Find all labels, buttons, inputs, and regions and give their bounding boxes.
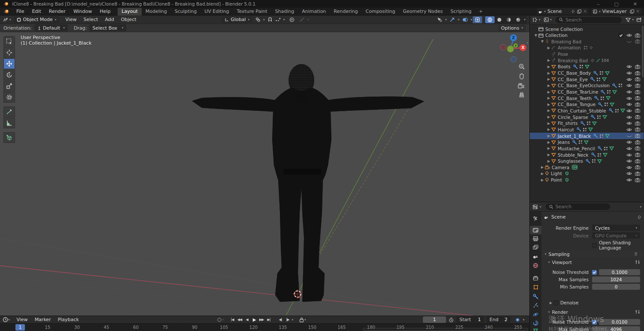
- character-model[interactable]: [192, 64, 424, 302]
- setting-checkbox[interactable]: [592, 320, 597, 325]
- workspace-tab-texture-paint[interactable]: Texture Paint: [233, 8, 271, 15]
- eye-icon[interactable]: [626, 153, 632, 157]
- outliner-item-boots[interactable]: ▶Boots: [530, 64, 644, 70]
- workspace-tab-scripting[interactable]: Scripting: [447, 8, 475, 15]
- expand-chevron-icon[interactable]: ▶: [540, 165, 545, 169]
- eye-icon[interactable]: [626, 159, 632, 163]
- current-frame-indicator[interactable]: 1: [15, 324, 25, 331]
- tool-annotate[interactable]: [3, 106, 15, 117]
- properties-search-input[interactable]: Search: [546, 203, 610, 210]
- workspace-tab-animation[interactable]: Animation: [298, 8, 330, 15]
- expand-chevron-icon[interactable]: ▼: [540, 39, 545, 43]
- cam-icon[interactable]: [635, 140, 640, 145]
- sampling-panel-header[interactable]: ▾Sampling ⠿: [543, 250, 643, 258]
- eye-icon[interactable]: [626, 71, 632, 75]
- outliner-editor-icon[interactable]: [532, 17, 538, 22]
- eye-icon[interactable]: [626, 115, 632, 119]
- setting-value-field[interactable]: 0.1000: [599, 269, 640, 275]
- timeline-editor-icon[interactable]: [3, 317, 8, 322]
- cam-icon[interactable]: [635, 77, 640, 82]
- orientation-default-dropdown[interactable]: Default ▾: [34, 24, 68, 31]
- denoise-checkbox[interactable]: [553, 301, 558, 305]
- cam-icon[interactable]: [635, 108, 640, 113]
- workspace-tab-modeling[interactable]: Modeling: [142, 8, 171, 15]
- eye-icon[interactable]: [626, 178, 632, 182]
- tool-cursor[interactable]: [3, 47, 15, 58]
- expand-chevron-icon[interactable]: ▶: [546, 121, 551, 125]
- setting-checkbox[interactable]: [592, 270, 597, 275]
- cam-icon[interactable]: [635, 33, 640, 38]
- expand-chevron-icon[interactable]: ▶: [546, 153, 551, 157]
- expand-chevron-icon[interactable]: ▶: [546, 134, 551, 138]
- osl-checkbox[interactable]: [592, 243, 597, 248]
- properties-tab-physics[interactable]: [530, 310, 541, 319]
- viewport-menu-add[interactable]: Add: [101, 17, 117, 22]
- cam-icon[interactable]: [635, 127, 640, 132]
- jump-to-end-button[interactable]: ▶|: [265, 316, 273, 323]
- setting-value-field[interactable]: 1024: [592, 276, 640, 282]
- outliner-item-circle-sparse[interactable]: ▶Circle_Sparse: [530, 114, 644, 120]
- expand-chevron-icon[interactable]: ▶: [546, 84, 551, 88]
- minimize-button[interactable]: –: [597, 1, 600, 7]
- render-subpanel-header[interactable]: ▾Render: [548, 310, 568, 315]
- outliner-item-scene-collection[interactable]: Scene Collection: [530, 26, 644, 32]
- workspace-tab-rendering[interactable]: Rendering: [330, 8, 361, 15]
- expand-chevron-icon[interactable]: ▶: [546, 109, 551, 112]
- outliner-item-light[interactable]: ▶Light: [530, 170, 644, 177]
- prev-keyframe-button[interactable]: ◀◀: [236, 316, 243, 323]
- outliner-item-jeans[interactable]: ▶Jeans: [530, 139, 644, 146]
- outliner-item-mustache-pencil[interactable]: ▶Mustache_Pencil: [530, 145, 644, 152]
- denoise-row[interactable]: ▶ Denoise: [548, 300, 643, 305]
- cam-icon[interactable]: [635, 121, 640, 126]
- mode-dropdown[interactable]: Object Mode ▾: [14, 16, 60, 23]
- navigation-gizmo[interactable]: Y Z X: [501, 34, 527, 62]
- camera-view-icon[interactable]: [518, 83, 525, 89]
- properties-tab-world[interactable]: [530, 261, 541, 270]
- menu-help[interactable]: Help: [96, 8, 114, 15]
- properties-tab-render[interactable]: [530, 226, 541, 234]
- end-frame-field[interactable]: End2: [486, 316, 510, 323]
- workspace-tab-uv-editing[interactable]: UV Editing: [200, 8, 233, 15]
- gizmo-center[interactable]: [507, 46, 514, 52]
- cam-icon[interactable]: [635, 146, 640, 151]
- expand-chevron-icon[interactable]: ▶: [540, 172, 545, 176]
- next-frame-button[interactable]: |▶: [284, 316, 292, 323]
- timeline-menu-playback[interactable]: Playback: [55, 317, 82, 322]
- tool-measure[interactable]: [3, 118, 15, 128]
- eye-icon[interactable]: [626, 109, 632, 113]
- menu-edit[interactable]: Edit: [28, 8, 45, 15]
- drag-dropdown[interactable]: Select Box▾: [89, 24, 126, 31]
- outliner-item-cc-base-tongue[interactable]: ▶CC_Base_Tongue: [530, 101, 644, 108]
- properties-tab-object[interactable]: [530, 283, 541, 292]
- expand-chevron-icon[interactable]: ▶: [546, 90, 551, 94]
- start-frame-field[interactable]: Start1: [456, 316, 484, 323]
- tool-rotate[interactable]: [3, 70, 15, 80]
- setting-value-field[interactable]: 0.0100: [599, 319, 640, 325]
- eye-icon[interactable]: [626, 77, 632, 82]
- expand-chevron-icon[interactable]: ▶: [546, 71, 551, 75]
- eye-icon[interactable]: [626, 96, 632, 100]
- shading-wireframe-icon[interactable]: [485, 16, 495, 23]
- add-workspace-button[interactable]: +: [475, 9, 486, 14]
- pin-icon[interactable]: [571, 9, 575, 13]
- properties-options-chevron[interactable]: ▾: [640, 205, 641, 209]
- ortho-toggle-icon[interactable]: [518, 92, 525, 98]
- sidebar-collapse-arrow[interactable]: ‹: [527, 40, 529, 46]
- properties-tab-modifiers[interactable]: [530, 292, 541, 301]
- properties-tab-particles[interactable]: [530, 301, 541, 310]
- outliner-item-fit-shirts[interactable]: ▶Fit_shirts: [530, 120, 644, 127]
- auto-keying-icon[interactable]: [217, 317, 222, 322]
- outliner-item-jacket-1-black[interactable]: ▶Jacket_1_Black: [530, 133, 644, 139]
- eye-icon[interactable]: [626, 140, 632, 144]
- viewport-presets-icon[interactable]: [635, 260, 640, 264]
- new-viewlayer-icon[interactable]: [630, 9, 634, 14]
- menu-file[interactable]: File: [12, 8, 28, 15]
- outliner-item-pose[interactable]: Pose: [530, 51, 644, 58]
- next-keyframe-button[interactable]: ▶▶: [258, 316, 265, 323]
- workspace-tab-geometry-nodes[interactable]: Geometry Nodes: [399, 8, 447, 15]
- outliner-item-stubble-neck[interactable]: ▶Stubble_Neck: [530, 152, 644, 158]
- outliner-item-breaking-bad[interactable]: ▶Breaking Bad104: [530, 57, 644, 64]
- outliner-item-cc-base-body[interactable]: ▶CC_Base_Body: [530, 70, 644, 76]
- timeline-menu-view[interactable]: View: [13, 317, 31, 322]
- expand-chevron-icon[interactable]: ▶: [546, 65, 551, 69]
